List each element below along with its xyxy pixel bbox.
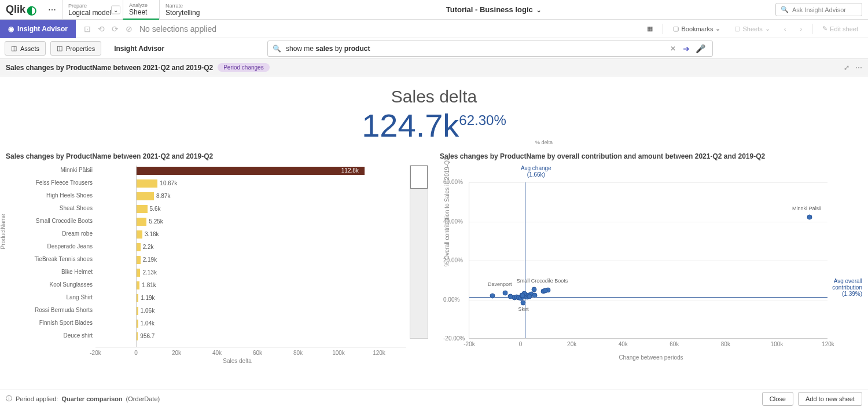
scatter-ylabel: % Overall contribution to Sales in 2019-… (444, 157, 450, 267)
scatter-chart[interactable]: % Overall contribution to Sales in 2019-… (440, 165, 862, 362)
ask-insight-search[interactable]: 🔍Ask Insight Advisor (775, 3, 862, 16)
bar-segment[interactable] (136, 192, 154, 200)
panel-icon: ◫ (11, 45, 17, 52)
bar-xtick: 0 (134, 350, 138, 356)
assets-button[interactable]: ◫Assets (5, 41, 46, 56)
bar-category-label: Dream robe (6, 230, 93, 237)
scatter-xtick: 60k (670, 341, 679, 347)
bar-segment[interactable] (136, 179, 157, 188)
analysis-title: Sales changes by ProductName between 202… (6, 64, 213, 72)
bar-category-label: Rossi Bermuda Shorts (6, 307, 93, 313)
kpi-title: Sales delta (0, 87, 868, 107)
insight-search-input[interactable]: 🔍 show me sales by product ✕ ➜ 🎤 (267, 41, 713, 57)
bookmarks-button[interactable]: ▢ Bookmarks ⌄ (669, 22, 724, 35)
scatter-point[interactable] (520, 292, 525, 298)
bar-xtick: 60k (253, 350, 262, 356)
mic-icon[interactable]: 🎤 (693, 44, 708, 53)
kpi-sublabel: % delta (220, 140, 868, 145)
app-title[interactable]: Tutorial - Business logic⌄ (211, 5, 775, 14)
panel-icon: ◫ (57, 45, 62, 52)
ref-horizontal-label: Avg overallcontribution(1.39%) (832, 278, 862, 297)
top-bar: Qlik◐ ⋯ Prepare Logical model ⌄ Analyze … (0, 0, 868, 20)
scatter-point[interactable] (503, 291, 508, 296)
bar-segment[interactable] (136, 269, 140, 277)
grid-icon[interactable]: ▦ (643, 22, 657, 35)
no-selections-label: No selections applied (139, 24, 216, 34)
selection-bar: ◉Insight Advisor ⊡ ⟲ ⟳ ⊘ No selections a… (0, 20, 868, 38)
clear-icon[interactable]: ✕ (667, 45, 679, 53)
kpi-value: 124.7k (362, 107, 459, 144)
scatter-ytick: -20.00% (443, 335, 465, 342)
bar-segment[interactable] (136, 256, 141, 264)
smart-search-icon[interactable]: ⊡ (84, 24, 91, 34)
minimap-viewport[interactable] (410, 166, 428, 189)
bar-value-label: 5.25k (149, 218, 163, 225)
scatter-point[interactable] (490, 294, 495, 299)
bar-value-label: 2.13k (142, 269, 156, 276)
bar-value-label: 8.87k (156, 193, 170, 199)
nav-narrate[interactable]: Narrate Storytelling (159, 0, 211, 20)
analysis-header: Sales changes by ProductName between 202… (0, 59, 868, 76)
footer: ⓘ Period applied: Quarter comparison (Or… (0, 390, 868, 407)
bar-category-label: Feiss Fleece Trousers (6, 179, 93, 186)
bar-category-label: Desperado Jeans (6, 243, 93, 250)
scatter-chart-title: Sales changes by ProductName by overall … (440, 152, 862, 160)
scatter-point[interactable] (531, 287, 536, 292)
properties-button[interactable]: ◫Properties (50, 41, 101, 56)
close-button[interactable]: Close (762, 392, 793, 406)
bar-category-label: TieBreak Tennis shoes (6, 256, 93, 262)
scatter-point-label: Skirt (518, 306, 529, 312)
scatter-point[interactable] (527, 294, 532, 299)
period-changes-chip[interactable]: Period changes (218, 63, 270, 72)
bar-value-label: 956.7 (140, 333, 155, 339)
bar-xlabel: Sales delta (223, 358, 251, 364)
scatter-point[interactable] (532, 292, 538, 298)
search-icon: 🔍 (781, 6, 789, 13)
submit-icon[interactable]: ➜ (679, 44, 693, 53)
bar-segment[interactable] (136, 218, 146, 226)
more-button[interactable]: ⋯ (42, 5, 62, 14)
scatter-point[interactable] (807, 214, 812, 219)
clear-selections-icon: ⊘ (126, 24, 133, 34)
bar-segment[interactable] (136, 167, 365, 175)
logo-icon: ◐ (27, 3, 36, 17)
step-back-icon: ⟲ (98, 24, 105, 34)
sheets-button: ▢ Sheets ⌄ (730, 22, 774, 35)
more-icon[interactable]: ⋯ (855, 64, 862, 72)
nav-analyze[interactable]: Analyze Sheet (123, 0, 159, 20)
bar-segment[interactable] (136, 230, 142, 239)
bar-category-label: Lang Shirt (6, 294, 93, 300)
kpi: Sales delta 124.7k62.30% % delta (0, 76, 868, 149)
scatter-point[interactable] (520, 300, 525, 306)
bar-segment[interactable] (136, 205, 148, 213)
search-icon: 🔍 (273, 45, 281, 53)
bar-chart[interactable]: ProductName Minnki Pälsii112.8kFeiss Fle… (6, 165, 428, 362)
bar-category-label: Sheat Shoes (6, 205, 93, 211)
ref-vertical-label: Avg change(1.66k) (521, 165, 551, 178)
bar-category-label: Kool Sunglasses (6, 281, 93, 288)
insight-advisor-button[interactable]: ◉Insight Advisor (0, 20, 76, 38)
scatter-point-label: Small Crocodile Boots (517, 278, 568, 284)
bar-value-label: 10.67k (160, 180, 177, 186)
scatter-xtick: -20k (464, 341, 475, 347)
add-to-sheet-button[interactable]: Add to new sheet (798, 392, 862, 406)
ref-line-vertical (525, 182, 525, 338)
bar-segment[interactable] (136, 243, 141, 251)
divider (812, 24, 812, 34)
chevron-down-icon: ⌄ (536, 7, 541, 13)
scatter-point[interactable] (542, 288, 547, 294)
logo[interactable]: Qlik◐ (0, 3, 42, 17)
bar-category-label: Deuce shirt (6, 332, 93, 339)
bar-minimap[interactable] (410, 165, 428, 339)
divider (663, 24, 663, 34)
nav-prepare[interactable]: Prepare Logical model ⌄ (62, 0, 123, 20)
kpi-percent: 62.30% (459, 112, 506, 129)
scatter-ytick: 60.00% (443, 179, 463, 185)
chevron-down-icon[interactable]: ⌄ (111, 5, 120, 14)
bar-value-label: 2.2k (143, 244, 154, 250)
scatter-xtick: 40k (619, 341, 628, 347)
collapse-icon[interactable]: ⤢ (844, 64, 849, 72)
bar-value-label: 112.8k (341, 167, 359, 174)
scatter-xtick: 120k (822, 341, 834, 347)
bar-category-label: Minnki Pälsii (6, 167, 93, 173)
